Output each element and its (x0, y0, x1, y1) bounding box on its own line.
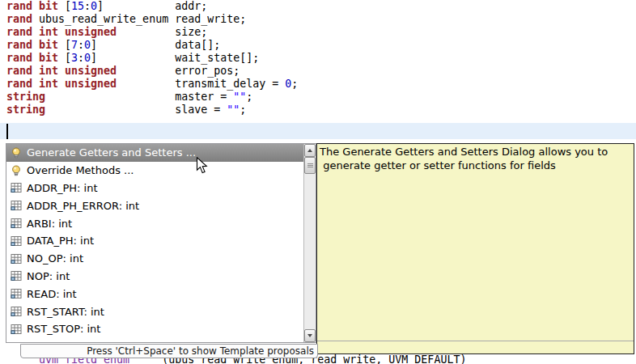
completion-item-label: RST_STOP: int (27, 323, 100, 335)
tooltip-footer (317, 341, 634, 353)
code-line: rand bit [15:0] addr; (0, 0, 636, 13)
completion-item[interactable]: READ: int (6, 285, 303, 303)
enum-value-icon (11, 218, 22, 229)
completion-item[interactable]: Generate Getters and Setters ... (6, 144, 303, 162)
code-token-keyword: rand bit (6, 52, 58, 64)
code-token-plain: error_pos; (175, 65, 240, 77)
completion-scrollbar[interactable] (303, 144, 316, 342)
code-line: rand int unsigned error_pos; (0, 65, 636, 78)
completion-item[interactable]: ARBI: int (6, 214, 303, 232)
completion-item-label: Override Methods ... (27, 164, 134, 176)
code-token-keyword: rand int unsigned (6, 65, 117, 77)
completion-item-label: RST_START: int (27, 306, 104, 318)
scroll-down-button[interactable] (304, 329, 316, 342)
enum-value-icon (11, 200, 22, 211)
completion-item[interactable]: NO_OP: int (6, 250, 303, 268)
text-caret (6, 124, 8, 139)
completion-item[interactable]: ADDR_PH_ERROR: int (6, 197, 303, 214)
code-line: rand int unsigned transmit_delay = 0; (0, 78, 636, 91)
code-token-plain: read_write; (175, 13, 246, 25)
status-text: Press 'Ctrl+Space' to show Template prop… (87, 345, 314, 357)
code-token-plain: [ (58, 52, 71, 64)
code-token-plain: size; (175, 26, 207, 38)
code-line: rand bit [3:0] wait_state[]; (0, 52, 636, 65)
code-token-keyword: string (6, 104, 45, 116)
content-assist-status-bar: Press 'Ctrl+Space' to show Template prop… (20, 344, 318, 358)
code-token-plain: addr; (175, 0, 207, 12)
enum-value-icon (11, 341, 22, 342)
enum-value-icon (11, 324, 22, 335)
completion-doc-tooltip: The Generate Getters and Setters Dialog … (316, 143, 634, 354)
arrow-up-icon (307, 149, 312, 152)
completion-item-label: NOP: int (27, 270, 70, 282)
code-token-plain: wait_state[]; (175, 52, 259, 64)
code-token-number: 3 (71, 52, 78, 64)
code-token-plain: ] (91, 39, 175, 51)
completion-doc-text: The Generate Getters and Setters Dialog … (317, 144, 634, 173)
code-token-plain: ] (91, 52, 175, 64)
code-token-number: 0 (91, 0, 97, 12)
code-token-plain: ; (246, 91, 252, 103)
thumb-grip-icon (307, 165, 313, 166)
code-token-number: 0 (84, 39, 91, 51)
completion-item[interactable]: ADDR_PH: int (6, 180, 303, 197)
completion-list: Generate Getters and Setters ...Override… (6, 144, 303, 342)
code-token-keyword: rand bit (6, 0, 58, 12)
completion-item-label: DATA_PH: int (27, 235, 94, 247)
completion-item[interactable]: RST_STOP: int (6, 320, 303, 338)
completion-item-label: ARBI: int (27, 218, 72, 230)
code-token-keyword: rand (6, 13, 32, 25)
code-line: string master = ""; (0, 91, 636, 104)
completion-item-label: ADDR_PH_ERROR: int (27, 200, 139, 212)
code-token-plain: transmit_delay = (175, 78, 285, 90)
code-token-plain: ; (291, 78, 298, 90)
enum-value-icon (11, 253, 22, 265)
code-line: rand bit [7:0] data[]; (0, 39, 636, 52)
lightbulb-icon (11, 147, 22, 159)
mouse-pointer-icon (196, 157, 209, 175)
ide-editor-view: { "syntax_colors": { "keyword": "#941E26… (0, 0, 636, 364)
code-token-plain (117, 78, 175, 90)
completion-item[interactable]: NOP: int (6, 268, 303, 286)
code-token-plain: ubus_read_write_enum (32, 13, 175, 25)
scroll-up-button[interactable] (304, 144, 316, 157)
code-token-keyword: string (6, 91, 45, 103)
enum-value-icon (11, 182, 22, 193)
code-token-plain: ] (97, 0, 175, 12)
code-line: string slave = ""; (0, 104, 636, 116)
completion-item[interactable]: RST_START: int (6, 303, 303, 320)
scrollbar-thumb[interactable] (304, 157, 316, 174)
code-token-plain: slave = (175, 104, 227, 116)
code-token-plain (117, 26, 175, 38)
code-token-plain: [ (58, 39, 71, 51)
enum-value-icon (11, 288, 22, 299)
code-token-plain (45, 104, 175, 116)
completion-item-label: NO_OP: int (27, 252, 83, 265)
completion-item-label: READ: int (27, 288, 77, 300)
current-line-highlight (0, 123, 636, 139)
code-token-string: "" (227, 104, 240, 116)
code-line: rand int unsigned size; (0, 26, 636, 39)
enum-value-icon (11, 235, 22, 247)
code-token-plain: ; (240, 104, 246, 116)
code-editor[interactable]: rand bit [15:0] addr;rand ubus_read_writ… (0, 0, 636, 116)
code-token-plain: : (84, 0, 91, 12)
arrow-down-icon (307, 334, 312, 337)
completion-item[interactable]: Override Methods ... (6, 162, 303, 180)
code-token-plain: data[]; (175, 39, 220, 51)
code-token-keyword: rand int unsigned (6, 78, 117, 90)
completion-item[interactable]: UVM_ACTIVE: bit (6, 338, 303, 342)
code-token-plain: master = (175, 91, 233, 103)
content-assist-popup: Generate Getters and Setters ...Override… (6, 143, 316, 343)
enum-value-icon (11, 306, 22, 317)
completion-item[interactable]: DATA_PH: int (6, 232, 303, 250)
code-token-number: 15 (71, 0, 84, 12)
code-token-number: 0 (84, 52, 91, 64)
completion-item-label: ADDR_PH: int (27, 182, 98, 194)
code-token-string: "" (233, 91, 246, 103)
lightbulb-icon (11, 165, 22, 176)
code-token-keyword: rand int unsigned (6, 26, 117, 38)
enum-value-icon (11, 270, 22, 281)
code-token-keyword: rand bit (6, 39, 58, 51)
completion-item-label: UVM_ACTIVE: bit (27, 341, 114, 342)
